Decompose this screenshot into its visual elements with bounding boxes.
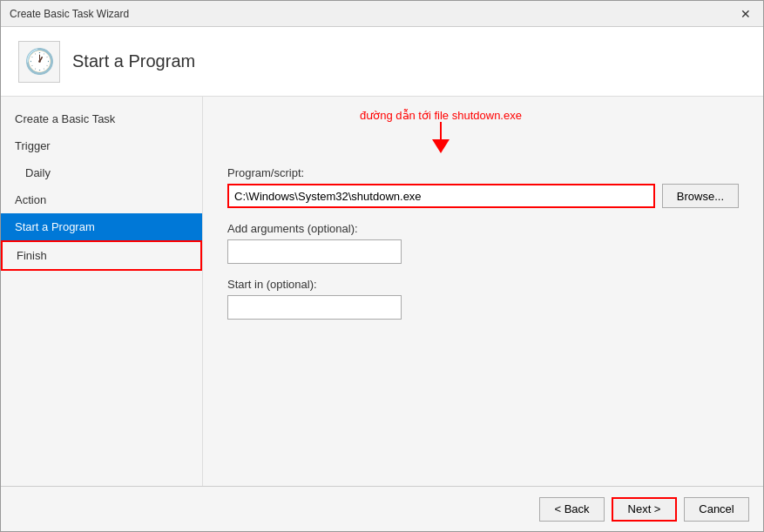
program-script-group: Program/script: Browse... xyxy=(227,166,739,208)
program-script-input[interactable] xyxy=(227,184,655,208)
back-button[interactable]: < Back xyxy=(539,497,605,522)
annotation-label: đường dẫn tới file shutdown.exe xyxy=(360,109,522,122)
header-icon: 🕐 xyxy=(18,41,60,83)
sidebar: Create a Basic Task Trigger Daily Action… xyxy=(1,97,203,486)
browse-button[interactable]: Browse... xyxy=(662,184,739,208)
program-script-row: Browse... xyxy=(227,184,739,208)
content-area: Create a Basic Task Trigger Daily Action… xyxy=(1,97,763,486)
sidebar-item-start-a-program[interactable]: Start a Program xyxy=(1,213,202,240)
main-panel: đường dẫn tới file shutdown.exe Program/… xyxy=(203,97,763,486)
close-button[interactable]: ✕ xyxy=(737,5,754,23)
add-arguments-input[interactable] xyxy=(227,239,402,264)
program-script-label: Program/script: xyxy=(227,166,739,179)
dialog-window: Create Basic Task Wizard ✕ 🕐 Start a Pro… xyxy=(0,0,764,532)
add-arguments-row xyxy=(227,239,739,264)
cancel-button[interactable]: Cancel xyxy=(684,497,749,522)
sidebar-item-action[interactable]: Action xyxy=(1,186,202,213)
start-in-label: Start in (optional): xyxy=(227,278,739,291)
sidebar-item-trigger[interactable]: Trigger xyxy=(1,132,202,159)
sidebar-item-daily[interactable]: Daily xyxy=(1,159,202,186)
title-bar: Create Basic Task Wizard ✕ xyxy=(1,1,763,27)
sidebar-item-finish[interactable]: Finish xyxy=(1,240,202,271)
start-in-group: Start in (optional): xyxy=(227,278,739,320)
start-in-input[interactable] xyxy=(227,295,402,320)
page-title: Start a Program xyxy=(72,51,195,71)
sidebar-item-create-basic-task[interactable]: Create a Basic Task xyxy=(1,105,202,132)
next-button[interactable]: Next > xyxy=(612,497,677,522)
annotation-text: đường dẫn tới file shutdown.exe xyxy=(360,109,522,153)
header: 🕐 Start a Program xyxy=(1,27,763,97)
arrow-line xyxy=(440,122,442,139)
add-arguments-label: Add arguments (optional): xyxy=(227,222,739,235)
start-in-row xyxy=(227,295,739,320)
arrow-down-icon xyxy=(432,139,450,153)
footer: < Back Next > Cancel xyxy=(1,486,763,531)
clock-icon: 🕐 xyxy=(24,47,55,76)
add-arguments-group: Add arguments (optional): xyxy=(227,222,739,264)
dialog-title: Create Basic Task Wizard xyxy=(10,8,129,20)
